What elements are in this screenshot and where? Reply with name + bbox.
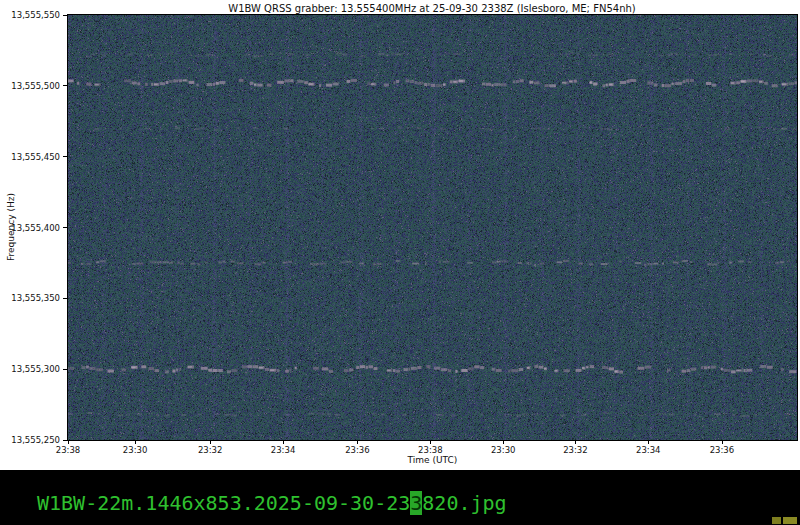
corner-block-icon bbox=[783, 517, 797, 524]
y-tick-mark bbox=[63, 369, 67, 370]
y-tick-label: 13,555,550 bbox=[2, 10, 60, 20]
y-tick-label: 13,555,400 bbox=[2, 223, 60, 233]
x-tick-label: 23:32 bbox=[557, 445, 593, 455]
y-tick-label: 13,555,250 bbox=[2, 435, 60, 445]
x-tick-mark bbox=[283, 440, 284, 444]
x-tick-label: 23:38 bbox=[50, 445, 86, 455]
x-tick-mark bbox=[135, 440, 136, 444]
y-tick-label: 13,555,450 bbox=[2, 152, 60, 162]
x-tick-mark bbox=[503, 440, 504, 444]
y-tick-label: 13,555,500 bbox=[2, 81, 60, 91]
y-tick-label: 13,555,300 bbox=[2, 364, 60, 374]
x-tick-label: 23:38 bbox=[412, 445, 448, 455]
x-tick-mark bbox=[68, 440, 69, 444]
y-axis-ticks: 13,555,55013,555,50013,555,45013,555,400… bbox=[0, 15, 67, 440]
y-tick-mark bbox=[63, 156, 67, 157]
x-tick-label: 23:36 bbox=[339, 445, 375, 455]
x-tick-label: 23:34 bbox=[630, 445, 666, 455]
x-tick-label: 23:32 bbox=[192, 445, 228, 455]
x-tick-mark bbox=[722, 440, 723, 444]
terminal-cursor: 3 bbox=[410, 491, 422, 515]
x-tick-mark bbox=[575, 440, 576, 444]
x-tick-label: 23:30 bbox=[117, 445, 153, 455]
x-axis-label: Time (UTC) bbox=[68, 455, 797, 465]
x-tick-label: 23:30 bbox=[485, 445, 521, 455]
spectrogram-canvas bbox=[68, 15, 797, 440]
corner-block-icon bbox=[772, 517, 781, 524]
x-tick-mark bbox=[648, 440, 649, 444]
x-tick-mark bbox=[210, 440, 211, 444]
y-tick-mark bbox=[63, 85, 67, 86]
filename-text: W1BW-22m.1446x853.2025-09-30-233820.jpg bbox=[37, 491, 507, 515]
y-tick-mark bbox=[63, 15, 67, 16]
x-tick-mark bbox=[430, 440, 431, 444]
y-tick-mark bbox=[63, 227, 67, 228]
y-tick-label: 13,555,350 bbox=[2, 293, 60, 303]
spectrogram-plot-area bbox=[67, 14, 798, 441]
qrss-grabber-screenshot: W1BW QRSS grabber: 13.555400MHz at 25-09… bbox=[0, 0, 800, 525]
status-bar: W1BW-22m.1446x853.2025-09-30-233820.jpg bbox=[0, 470, 800, 525]
y-tick-mark bbox=[63, 440, 67, 441]
x-tick-label: 23:36 bbox=[704, 445, 740, 455]
y-tick-mark bbox=[63, 298, 67, 299]
filename-prefix: W1BW-22m.1446x853.2025-09-30-23 bbox=[37, 491, 410, 515]
x-tick-mark bbox=[357, 440, 358, 444]
chart-title: W1BW QRSS grabber: 13.555400MHz at 25-09… bbox=[0, 3, 800, 14]
filename-suffix: 820.jpg bbox=[422, 491, 506, 515]
x-tick-label: 23:34 bbox=[265, 445, 301, 455]
corner-cursor-blocks bbox=[772, 517, 797, 524]
